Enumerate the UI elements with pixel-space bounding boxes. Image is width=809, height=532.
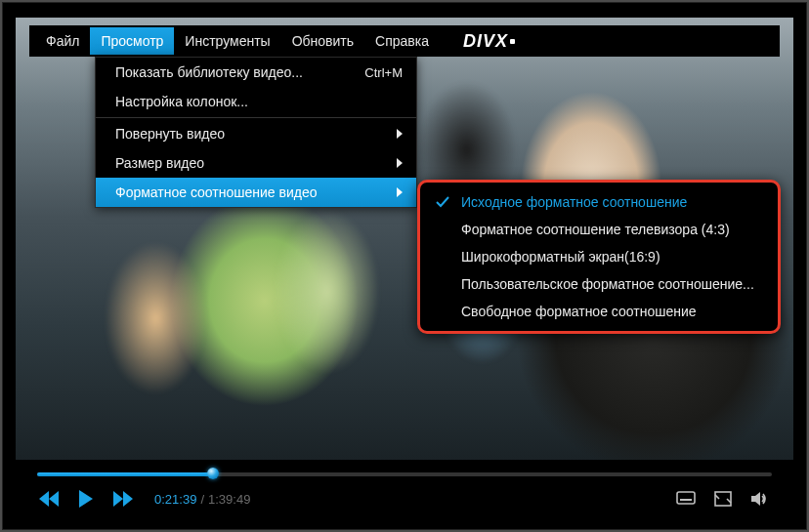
menu-help[interactable]: Справка	[364, 27, 440, 55]
chevron-right-icon	[381, 187, 403, 197]
dropdown-item-label: Повернуть видео	[115, 126, 225, 142]
transport-bar: 0:21:39 / 1:39:49	[16, 464, 793, 520]
menu-tools[interactable]: Инструменты	[174, 27, 280, 55]
checkmark-icon	[434, 196, 451, 208]
time-current: 0:21:39	[154, 492, 196, 507]
dropdown-rotate-video[interactable]: Повернуть видео	[96, 119, 416, 148]
logo-dot-icon	[510, 39, 515, 44]
seek-thumb[interactable]	[207, 468, 219, 479]
dropdown-item-label: Форматное соотношение видео	[115, 184, 318, 200]
rewind-button[interactable]	[37, 487, 61, 511]
dropdown-item-shortcut: Ctrl+M	[349, 65, 403, 80]
dropdown-show-library[interactable]: Показать библиотеку видео... Ctrl+M	[96, 58, 416, 87]
time-total: 1:39:49	[208, 492, 250, 507]
dropdown-separator	[96, 117, 416, 118]
svg-rect-0	[677, 492, 695, 504]
aspect-ratio-submenu: Исходное форматное соотношение Форматное…	[417, 180, 781, 334]
submenu-item-label: Исходное форматное соотношение	[461, 194, 687, 210]
time-display: 0:21:39 / 1:39:49	[154, 492, 250, 507]
dropdown-item-label: Размер видео	[115, 155, 204, 171]
time-separator: /	[200, 492, 204, 507]
seek-bar[interactable]	[37, 470, 772, 479]
dropdown-video-size[interactable]: Размер видео	[96, 148, 416, 178]
submenu-original[interactable]: Исходное форматное соотношение	[420, 188, 778, 216]
subtitle-button[interactable]	[674, 487, 698, 511]
chevron-right-icon	[381, 129, 403, 139]
submenu-wide-16-9[interactable]: Широкоформатный экран(16:9)	[420, 243, 778, 270]
divx-logo: DIVX	[463, 32, 515, 50]
menu-view-dropdown: Показать библиотеку видео... Ctrl+M Наст…	[95, 57, 417, 208]
submenu-item-label: Свободное форматное соотношение	[461, 304, 697, 319]
dropdown-column-settings[interactable]: Настройка колонок...	[96, 87, 416, 116]
submenu-item-label: Пользовательское форматное соотношение..…	[461, 276, 754, 292]
submenu-tv-4-3[interactable]: Форматное соотношение телевизора (4:3)	[420, 216, 778, 243]
submenu-item-label: Широкоформатный экран(16:9)	[461, 249, 660, 265]
play-button[interactable]	[74, 487, 98, 511]
dropdown-aspect-ratio[interactable]: Форматное соотношение видео	[96, 178, 416, 207]
menu-file[interactable]: Файл	[35, 27, 90, 55]
volume-button[interactable]	[748, 487, 772, 511]
menubar: Файл Просмотр Инструменты Обновить Справ…	[29, 25, 780, 57]
menu-update[interactable]: Обновить	[281, 27, 364, 55]
fast-forward-button[interactable]	[111, 487, 135, 511]
dropdown-item-label: Настройка колонок...	[115, 94, 248, 109]
menu-view[interactable]: Просмотр	[90, 27, 174, 55]
seek-fill	[37, 472, 213, 476]
chevron-right-icon	[381, 158, 403, 168]
dropdown-item-label: Показать библиотеку видео...	[115, 64, 303, 80]
fullscreen-button[interactable]	[711, 487, 735, 511]
submenu-custom[interactable]: Пользовательское форматное соотношение..…	[420, 270, 778, 298]
svg-rect-1	[680, 499, 692, 501]
submenu-free[interactable]: Свободное форматное соотношение	[420, 298, 778, 325]
svg-rect-2	[715, 492, 731, 506]
submenu-item-label: Форматное соотношение телевизора (4:3)	[461, 222, 730, 237]
